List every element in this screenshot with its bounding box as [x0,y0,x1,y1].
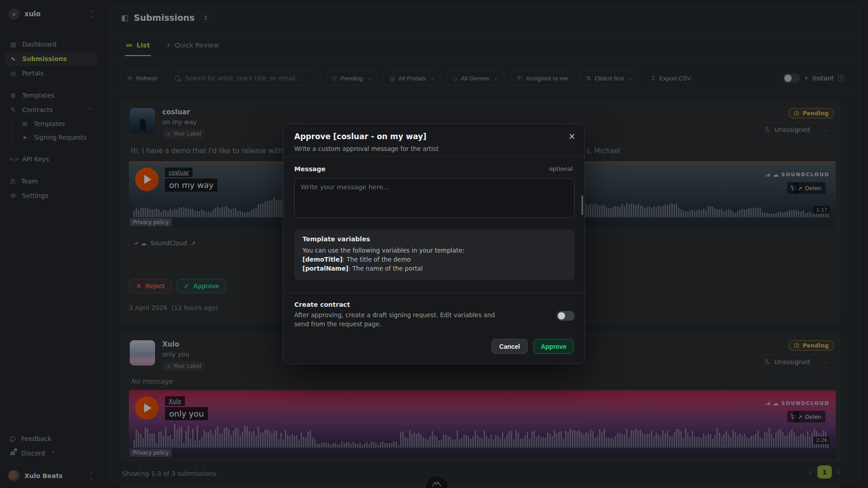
message-label: Message [294,165,326,173]
modal-subtitle: Write a custom approval message for the … [294,145,439,152]
modal-actions: Cancel Approve [491,339,574,354]
approve-modal: Approve [cosluar - on my way] × Write a … [283,123,585,364]
modal-title: Approve [cosluar - on my way] [294,132,426,141]
variable-name: [demoTitle] [302,256,343,263]
app-screen: x xulo ⌃⌄ ▤ Dashboard ∿ Submissions ◎ Po… [0,0,868,488]
create-contract-toggle[interactable] [557,311,575,321]
close-icon[interactable]: × [568,132,576,141]
message-textarea[interactable] [294,178,575,218]
divider [283,156,585,157]
approve-submit-button[interactable]: Approve [533,339,574,354]
variables-title: Template variables [302,235,566,243]
template-variables-box: Template variables You can use the follo… [294,230,575,280]
variable-item: [portalName]: The name of the portal [302,265,566,272]
create-contract-label: Create contract [294,301,350,308]
divider [283,293,585,293]
variable-name: [portalName] [302,265,349,272]
variable-item: [demoTitle]: The title of the demo [302,256,566,263]
create-contract-description: After approving, create a draft signing … [294,311,503,328]
optional-hint: optional [549,165,573,172]
cancel-button[interactable]: Cancel [491,339,528,354]
modal-scrollbar[interactable] [581,195,583,215]
variable-desc: : The title of the demo [343,256,411,263]
variable-desc: : The name of the portal [349,265,423,272]
variables-intro: You can use the following variables in y… [302,247,566,254]
